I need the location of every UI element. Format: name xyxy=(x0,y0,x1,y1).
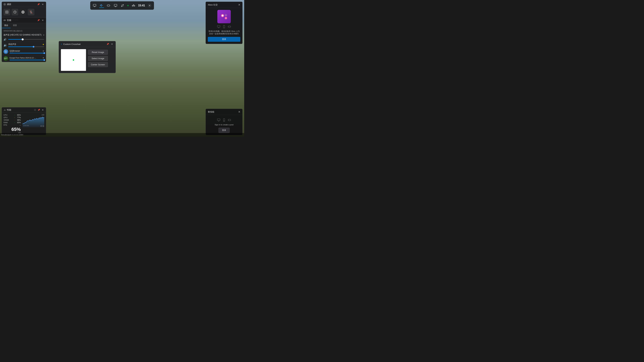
find-controller-icon xyxy=(228,118,231,122)
tab-voice[interactable]: 语音 xyxy=(10,23,19,28)
qqbrowser-volume-slider[interactable] xyxy=(10,53,44,53)
tarkov-star[interactable]: ★ xyxy=(42,57,44,59)
svg-rect-27 xyxy=(228,119,231,121)
fps-bar xyxy=(14,125,15,125)
gpu-bar xyxy=(14,117,15,118)
svg-point-26 xyxy=(224,121,224,121)
xbox-login-button[interactable]: 登录 xyxy=(208,37,240,42)
system-volume-fill xyxy=(8,46,34,47)
graph-freq-label: 0.59 GHz xyxy=(23,125,29,126)
find-group-body: Sign in to create a post 登录 xyxy=(206,115,242,135)
perf-main-content: CPU 65% GPU 77% VRAM 98% xyxy=(2,113,46,135)
qqbrowser-star[interactable]: ★ xyxy=(42,50,44,52)
mic-button[interactable] xyxy=(28,9,34,15)
audio-device-name: 扬声器 (HECATE G2 GAMING HEADSET) xyxy=(4,33,42,36)
svg-marker-18 xyxy=(4,19,4,21)
gpu-label: GPU xyxy=(4,116,14,118)
master-volume-row: 🔊 xyxy=(2,37,46,42)
reset-image-button[interactable]: Reset Image xyxy=(88,50,108,55)
capture-close-button[interactable]: ✕ xyxy=(41,3,44,6)
audio-icon[interactable] xyxy=(99,3,104,8)
crosshair-pin-button[interactable]: 📌 xyxy=(106,42,109,45)
vram-bar xyxy=(14,120,15,120)
ram-fill xyxy=(14,122,15,123)
audio-close-button[interactable]: ✕ xyxy=(41,19,44,22)
audio-panel-icon xyxy=(4,19,6,21)
crosshair-close-button[interactable]: ✕ xyxy=(110,42,114,45)
tarkov-volume-slider[interactable] xyxy=(10,60,44,60)
screenshot-button[interactable] xyxy=(4,9,10,15)
gamepad-icon[interactable] xyxy=(106,3,111,8)
crosshair-button-group: Reset Image Select Image Center Screen xyxy=(88,49,108,71)
perf-settings-icon[interactable] xyxy=(34,109,36,111)
social-icon[interactable] xyxy=(120,3,125,8)
tarkov-audio-row: EFT Escape From Tarkov 2024.02.22 -... ★ xyxy=(2,55,46,62)
select-image-button[interactable]: Select Image xyxy=(88,56,108,61)
capture-panel-header: 捕获 📌 ✕ xyxy=(2,2,46,7)
capture-icon[interactable] xyxy=(92,3,97,8)
audio-pin-button[interactable]: 📌 xyxy=(37,19,40,22)
svg-rect-0 xyxy=(93,4,96,6)
svg-point-12 xyxy=(6,11,8,13)
tarkov-volume-thumb[interactable] xyxy=(44,59,45,61)
find-group-title: 查找组 xyxy=(208,110,214,113)
device-chevron-icon[interactable]: ▾ xyxy=(43,34,44,36)
xbox-close-button[interactable]: ✕ xyxy=(238,3,240,6)
find-group-login-button[interactable]: 登录 xyxy=(218,128,230,133)
bubble-purple-1 xyxy=(225,14,227,16)
timer-button[interactable] xyxy=(12,9,18,15)
cpu-value: 65% xyxy=(16,114,21,116)
audio-panel: 音频 📌 ✕ 混合 语音 WINDOWS 默认输出出 扬声器 (HECATE G… xyxy=(2,17,46,62)
cpu-fill xyxy=(14,115,15,115)
qqbrowser-volume-thumb[interactable] xyxy=(44,52,45,54)
perf-panel-header: 性能 📌 ✕ xyxy=(2,107,46,113)
settings-icon-top[interactable] xyxy=(147,3,152,8)
system-volume-slider[interactable] xyxy=(8,46,44,47)
xbox-description: 登录以在电脑、移动设备和 Xbox 上与好友一起使用免费的语音和文本聊天 xyxy=(208,30,240,35)
ram-stat-row: RAM 65% xyxy=(4,121,21,123)
gpu-value: 77% xyxy=(16,116,21,118)
record-button[interactable] xyxy=(20,9,26,15)
performance-graph: 100 0.59 GHz 40 秒 xyxy=(22,114,44,127)
add-icon[interactable]: + xyxy=(127,4,129,7)
ram-label: RAM xyxy=(4,121,14,123)
qqbrowser-volume-fill xyxy=(10,53,44,53)
bubble-pink-2 xyxy=(225,17,227,19)
find-mobile-icon xyxy=(222,118,226,122)
clock-display: 15:41 xyxy=(138,4,145,7)
perf-pin-button[interactable]: 📌 xyxy=(37,108,40,111)
vram-value: 98% xyxy=(16,119,21,121)
master-volume-slider[interactable] xyxy=(8,39,44,40)
svg-point-5 xyxy=(122,6,122,7)
master-volume-thumb[interactable] xyxy=(22,38,24,40)
find-group-close-button[interactable]: ✕ xyxy=(238,110,240,113)
system-sound-label: 系统声音 xyxy=(8,43,42,46)
xbox-mobile-icon xyxy=(222,25,226,28)
capture-panel-title: 捕获 xyxy=(7,3,11,6)
find-group-description: Sign in to create a post xyxy=(215,124,234,126)
svg-rect-3 xyxy=(114,4,117,6)
tab-mix[interactable]: 混合 xyxy=(2,23,10,28)
binoculars-icon[interactable] xyxy=(131,3,136,8)
perf-close-button[interactable]: ✕ xyxy=(41,108,44,111)
performance-panel: 性能 📌 ✕ CPU 65% xyxy=(2,107,46,135)
svg-point-19 xyxy=(35,110,36,110)
gpu-fill xyxy=(14,117,15,118)
cpu-stat-row: CPU 65% xyxy=(4,114,21,116)
system-volume-thumb[interactable] xyxy=(33,46,34,48)
vram-fill xyxy=(14,120,15,120)
xbox-social-panel: Xbox 社交 ✕ xyxy=(206,2,242,44)
capture-pin-button[interactable]: 📌 xyxy=(37,3,40,6)
crosshair-dialog-header: + Custom Crosshair 📌 ✕ xyxy=(59,41,116,47)
crosshair-dot xyxy=(73,59,74,61)
xbox-panel-title: Xbox 社交 xyxy=(208,3,218,6)
center-screen-button[interactable]: Center Screen xyxy=(88,62,108,67)
fps-value: -- xyxy=(16,124,21,126)
svg-point-22 xyxy=(224,27,224,28)
xbox-controller-icon xyxy=(228,25,231,28)
tarkov-volume-fill xyxy=(10,60,44,60)
system-sound-star[interactable]: ★ xyxy=(42,43,44,45)
find-group-platform-icons xyxy=(217,118,231,122)
system-sound-row: 🔉 系统声音 ★ xyxy=(2,42,46,48)
stream-icon[interactable] xyxy=(113,3,118,8)
